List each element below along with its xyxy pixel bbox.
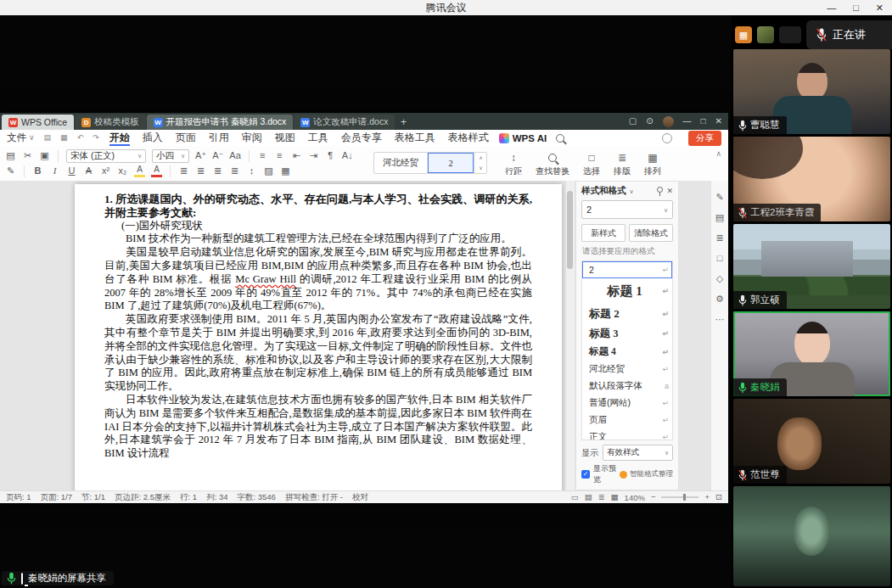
app-center-icon[interactable] — [646, 117, 653, 126]
fullscreen-icon[interactable] — [715, 493, 722, 501]
style-list-item[interactable]: 2↵ — [582, 261, 672, 278]
ribbon-button[interactable]: 排列 — [638, 148, 667, 181]
style-list-item[interactable]: 页眉↵ — [582, 412, 672, 428]
settings-tool-icon[interactable] — [715, 294, 724, 304]
view-web-icon[interactable] — [585, 493, 592, 501]
view-read-icon[interactable] — [611, 493, 619, 501]
menu-tab[interactable]: 页面 — [175, 130, 197, 146]
zoom-slider[interactable] — [661, 496, 698, 498]
ribbon-button[interactable]: 查找替换 — [530, 148, 575, 181]
outline-tool-icon[interactable] — [715, 233, 723, 243]
stamp-tool-icon[interactable] — [716, 274, 723, 283]
bullets-icon[interactable] — [257, 149, 268, 162]
sort-icon[interactable] — [342, 149, 353, 162]
font-color-icon[interactable] — [151, 165, 162, 177]
undo-icon[interactable] — [77, 134, 84, 142]
increase-indent-icon[interactable] — [308, 149, 319, 162]
menu-tab[interactable]: 审阅 — [241, 130, 263, 146]
style-list-item[interactable]: 河北经贸↵ — [582, 361, 672, 378]
smart-format-button[interactable]: 智能格式整理 — [620, 469, 673, 479]
pin-icon[interactable] — [656, 187, 663, 196]
style-gallery-spinner[interactable] — [474, 153, 486, 173]
view-page-icon[interactable] — [571, 493, 579, 501]
participant-tile[interactable]: 郭立硕 — [733, 224, 890, 309]
wps-document-tab[interactable]: D校稿类模板 — [75, 115, 146, 130]
close-button[interactable] — [876, 3, 884, 13]
wps-user-avatar[interactable] — [663, 116, 674, 127]
scrollbar-thumb[interactable] — [567, 191, 573, 269]
search-icon[interactable] — [556, 134, 564, 143]
workspace-icon[interactable] — [629, 117, 637, 126]
participant-tile[interactable] — [733, 486, 890, 586]
participant-tile[interactable]: 工程2班李青霞 — [733, 137, 890, 221]
strikethrough-icon[interactable] — [83, 165, 94, 177]
zoom-in-button[interactable] — [704, 493, 710, 501]
wps-maximize-button[interactable] — [701, 117, 706, 126]
participant-tile[interactable]: 秦晓娟 — [733, 311, 890, 396]
menu-tab[interactable]: 工具 — [307, 130, 329, 146]
zoom-out-button[interactable] — [651, 493, 656, 501]
style-list-item[interactable]: 标题 3↵ — [582, 324, 672, 343]
numbering-icon[interactable] — [274, 149, 285, 162]
menu-tab[interactable]: 插入 — [142, 130, 164, 146]
align-center-icon[interactable] — [195, 165, 206, 177]
cut-icon[interactable] — [22, 149, 33, 162]
style-gallery-current[interactable]: 2 — [428, 153, 474, 173]
spinner-up-icon[interactable] — [474, 153, 486, 163]
panel-close-icon[interactable] — [666, 188, 673, 195]
participant-tile[interactable]: 曹聪慧 — [733, 49, 890, 134]
shading-icon[interactable] — [263, 165, 274, 177]
style-list-item[interactable]: 默认段落字体a — [582, 378, 672, 395]
view-outline-icon[interactable] — [598, 493, 605, 501]
increase-font-icon[interactable] — [195, 149, 206, 162]
style-list-item[interactable]: 标题 4↵ — [582, 343, 672, 361]
wps-document-tab[interactable]: W开题报告申请书 秦晓娟 3.docx — [147, 115, 294, 130]
italic-icon[interactable] — [49, 165, 60, 177]
redo-icon[interactable] — [93, 134, 99, 142]
change-case-icon[interactable] — [229, 149, 240, 162]
align-right-icon[interactable] — [212, 165, 223, 177]
minimize-button[interactable] — [827, 3, 836, 13]
ribbon-button[interactable]: 选择 — [577, 148, 606, 181]
style-list-item[interactable]: 正文↵ — [582, 428, 672, 440]
wps-home-tab[interactable]: WWPS Office — [2, 115, 74, 130]
ribbon-button[interactable]: 行距 — [499, 148, 528, 181]
current-style-combo[interactable]: 2 — [581, 200, 673, 219]
preview-checkbox[interactable] — [581, 470, 590, 479]
bold-icon[interactable] — [32, 165, 43, 177]
ribbon-button[interactable]: 排版 — [608, 148, 637, 181]
wps-ai-tab[interactable]: WPS AI — [499, 133, 547, 143]
spinner-down-icon[interactable] — [474, 163, 486, 173]
share-button[interactable]: 分享 — [688, 131, 721, 146]
wps-minimize-button[interactable] — [683, 117, 692, 126]
menu-tab[interactable]: 引用 — [208, 130, 230, 146]
new-tab-button[interactable]: + — [396, 115, 411, 130]
toolbar-chip[interactable] — [779, 26, 801, 43]
participant-tile[interactable]: 范世尊 — [733, 399, 890, 484]
document-page[interactable]: 1. 所选课题国内、外的研究动态、水平、存在问题,与本人学习、社会实践、调研的关… — [75, 184, 562, 490]
font-name-select[interactable]: 宋体 (正文) — [66, 149, 146, 163]
menu-tab[interactable]: 视图 — [274, 130, 296, 146]
subscript-icon[interactable] — [117, 165, 128, 177]
clear-format-button[interactable]: 清除格式 — [629, 224, 673, 242]
font-size-select[interactable]: 小四 — [152, 149, 189, 163]
style-list-item[interactable]: 标题 1↵ — [582, 278, 672, 304]
save-icon[interactable] — [44, 134, 52, 142]
style-list-item[interactable]: 普通(网站)↵ — [582, 395, 672, 412]
wps-document-tab[interactable]: W论文改稿申请.docx — [294, 115, 395, 130]
new-style-button[interactable]: 新样式 — [581, 224, 626, 242]
justify-icon[interactable] — [229, 165, 240, 177]
maximize-button[interactable] — [853, 3, 859, 13]
show-filter-select[interactable]: 有效样式 — [603, 445, 673, 461]
decrease-font-icon[interactable] — [212, 149, 223, 162]
menu-tab[interactable]: 会员专享 — [340, 130, 383, 146]
print-icon[interactable] — [60, 134, 68, 142]
menu-tab[interactable]: 表格样式 — [447, 130, 490, 146]
edit-tool-icon[interactable] — [715, 193, 723, 202]
borders-icon[interactable] — [280, 165, 291, 177]
zoom-level[interactable]: 140% — [625, 493, 645, 502]
align-left-icon[interactable] — [178, 165, 189, 177]
format-painter-icon[interactable] — [5, 165, 16, 177]
style-gallery-item[interactable]: 河北经贸 — [374, 153, 428, 173]
layout-button[interactable] — [735, 26, 752, 43]
